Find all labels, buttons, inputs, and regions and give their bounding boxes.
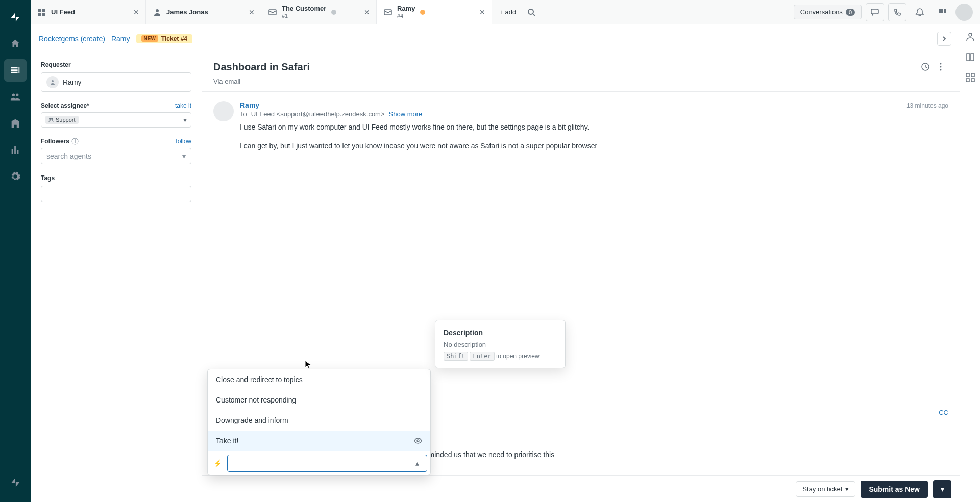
svg-rect-11 (941, 9, 943, 11)
svg-point-27 (940, 63, 942, 65)
macro-search-input[interactable] (227, 455, 427, 472)
profile-avatar[interactable] (955, 4, 973, 21)
close-icon[interactable]: ✕ (478, 8, 486, 16)
message-sender-link[interactable]: Ramy (240, 101, 259, 109)
status-dot-icon (420, 10, 425, 15)
breadcrumb-org-link[interactable]: Rocketgems (create) (39, 35, 105, 43)
message-timestamp: 13 minutes ago (906, 102, 948, 109)
message-paragraph: I can get by, but I just wanted to let y… (240, 141, 948, 152)
eye-icon[interactable] (414, 437, 422, 445)
show-more-link[interactable]: Show more (389, 110, 423, 118)
nav-views[interactable] (4, 59, 27, 82)
tab-james-jonas[interactable]: James Jonas ✕ (146, 0, 261, 24)
keyboard-hint: Shift Enter to open preview (444, 353, 557, 360)
ticket-number-label: Ticket #4 (161, 35, 187, 42)
tags-label: Tags (41, 174, 191, 182)
context-user-button[interactable] (965, 32, 975, 42)
clock-icon (921, 62, 930, 71)
search-button[interactable] (523, 4, 540, 20)
svg-rect-6 (384, 10, 391, 15)
svg-point-7 (528, 9, 533, 14)
svg-point-22 (49, 118, 51, 120)
info-icon[interactable]: i (71, 138, 79, 145)
conversations-button[interactable]: Conversations 0 (794, 5, 862, 19)
svg-rect-3 (42, 13, 45, 16)
add-label: add (505, 8, 517, 16)
svg-rect-20 (971, 79, 974, 82)
macro-item[interactable]: Close and redirect to topics (208, 369, 430, 390)
tab-subtitle: #4 (397, 13, 415, 19)
nav-organizations[interactable] (4, 112, 27, 135)
followers-input[interactable]: search agents ▾ (41, 148, 191, 164)
requester-field[interactable]: Ramy (41, 72, 191, 92)
close-icon[interactable]: ✕ (363, 8, 371, 16)
svg-rect-19 (966, 79, 969, 82)
svg-rect-14 (941, 11, 943, 13)
chevron-down-icon: ▾ (845, 485, 849, 493)
take-it-link[interactable]: take it (175, 102, 191, 109)
apps-button[interactable] (933, 3, 951, 21)
close-icon[interactable]: ✕ (248, 8, 256, 16)
nav-admin[interactable] (4, 165, 27, 188)
chat-button[interactable] (866, 3, 884, 21)
conversations-count: 0 (846, 9, 855, 16)
kebab-icon (936, 62, 945, 71)
add-tab-button[interactable]: + add (495, 4, 520, 20)
svg-point-30 (417, 440, 419, 442)
group-icon (48, 117, 54, 122)
close-icon[interactable]: ✕ (132, 8, 140, 16)
tags-input[interactable] (41, 186, 191, 202)
chevron-up-icon[interactable]: ▴ (415, 459, 419, 467)
submit-button[interactable]: Submit as New (861, 481, 928, 498)
submit-status-dropdown[interactable]: ▾ (933, 480, 951, 498)
assignee-group-pill: Support (45, 116, 79, 124)
avatar[interactable] (213, 101, 234, 121)
description-body: No description (444, 341, 557, 348)
tab-ui-feed[interactable]: UI Feed ✕ (31, 0, 146, 24)
to-address: UI Feed <support@uifeedhelp.zendesk.com> (251, 110, 385, 118)
nav-reporting[interactable] (4, 139, 27, 161)
breadcrumb-user-link[interactable]: Ramy (111, 35, 130, 43)
nav-customers[interactable] (4, 86, 27, 108)
macro-item[interactable]: Customer not responding (208, 390, 430, 410)
assignee-select[interactable]: Support ▾ (41, 112, 191, 128)
bolt-icon: ⚡ (211, 459, 224, 467)
stay-on-ticket-dropdown[interactable]: Stay on ticket ▾ (796, 481, 855, 497)
dashboard-icon (38, 8, 46, 16)
macro-item[interactable]: Downgrade and inform (208, 410, 430, 431)
notifications-button[interactable] (911, 3, 929, 21)
tab-title: The Customer (282, 5, 326, 13)
chevron-down-icon: ▾ (941, 485, 944, 493)
message: Ramy 13 minutes ago To UI Feed <support@… (213, 101, 948, 160)
macro-item[interactable]: Take it! (208, 431, 430, 451)
chevron-down-icon: ▾ (183, 116, 187, 124)
svg-point-23 (51, 118, 53, 120)
tab-ramy[interactable]: Ramy #4 ✕ (377, 0, 492, 24)
assignee-label: Select assignee* (41, 102, 89, 109)
context-apps-button[interactable] (965, 72, 975, 83)
requester-name: Ramy (63, 78, 82, 86)
nav-zendesk-suite[interactable] (4, 471, 27, 494)
stay-label: Stay on ticket (802, 485, 842, 493)
nav-zendesk-logo[interactable] (4, 6, 27, 29)
follow-link[interactable]: follow (176, 138, 191, 145)
more-actions-button[interactable] (933, 59, 948, 74)
events-button[interactable] (918, 59, 933, 74)
expand-sidebar-button[interactable] (937, 32, 951, 46)
phone-button[interactable] (888, 3, 906, 21)
context-knowledge-button[interactable] (965, 52, 975, 62)
kbd-shift: Shift (444, 352, 468, 361)
nav-home[interactable] (4, 33, 27, 55)
svg-rect-9 (871, 9, 878, 14)
tab-the-customer[interactable]: The Customer #1 ✕ (261, 0, 377, 24)
status-dot-icon (331, 10, 336, 15)
ticket-icon (384, 8, 392, 16)
ticket-footer: Stay on ticket ▾ Submit as New ▾ (202, 475, 960, 502)
cc-link[interactable]: CC (939, 409, 948, 416)
tab-title: James Jonas (166, 8, 208, 16)
svg-rect-0 (38, 9, 41, 12)
top-tab-bar: UI Feed ✕ James Jonas ✕ The Customer #1 … (31, 0, 980, 24)
hint-text: to open preview (496, 353, 540, 360)
ticket-icon (268, 8, 277, 16)
followers-label: Followers (41, 138, 69, 145)
